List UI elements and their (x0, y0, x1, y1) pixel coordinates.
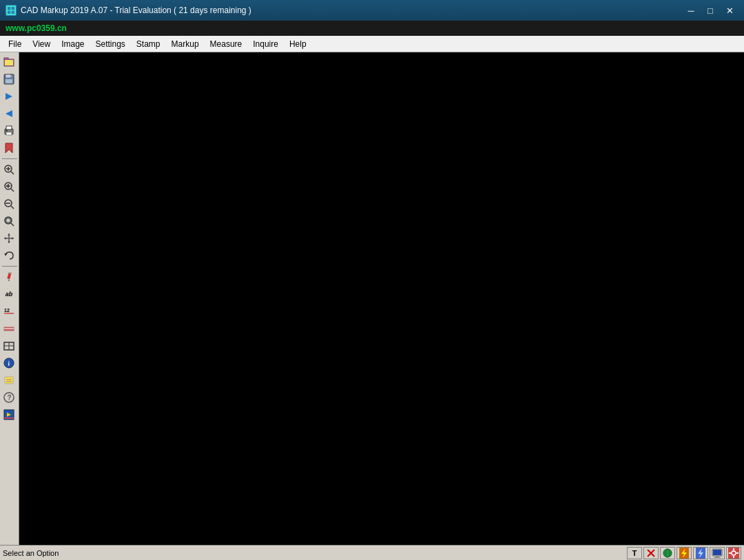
svg-line-22 (11, 189, 14, 191)
tool-prev[interactable] (0, 105, 18, 122)
maximize-button[interactable]: □ (701, 3, 719, 17)
tool-measure-area[interactable] (0, 338, 18, 354)
app-icon (6, 5, 17, 16)
svg-rect-32 (6, 218, 10, 222)
svg-text:−: − (5, 200, 8, 207)
svg-rect-9 (10, 75, 12, 77)
tool-highlight[interactable] (0, 372, 18, 388)
svg-text:12: 12 (4, 308, 10, 313)
status-icons: T (627, 547, 741, 559)
canvas-area (19, 52, 744, 545)
tool-help[interactable]: ? (0, 389, 18, 406)
tool-info[interactable]: i (0, 355, 18, 371)
tool-save[interactable] (0, 71, 18, 87)
menu-measure[interactable]: Measure (205, 38, 248, 50)
status-icon-bolt[interactable] (676, 547, 692, 559)
status-icon-close[interactable] (643, 547, 659, 559)
title-controls: ─ □ ✕ (682, 3, 738, 17)
status-icon-settings[interactable] (726, 547, 741, 559)
tool-next[interactable] (0, 88, 18, 105)
menu-file[interactable]: File (3, 38, 27, 50)
tool-export[interactable] (0, 406, 18, 423)
svg-marker-11 (6, 110, 12, 117)
tool-bookmark[interactable] (0, 140, 18, 156)
svg-marker-36 (12, 237, 14, 240)
svg-rect-70 (713, 550, 721, 555)
main-area: + − (0, 52, 744, 545)
watermark-text: www.pc0359.cn (6, 23, 67, 33)
menu-markup[interactable]: Markup (166, 38, 205, 50)
svg-rect-13 (6, 126, 12, 129)
svg-rect-76 (733, 556, 734, 558)
tool-zoom-out[interactable]: − (0, 196, 18, 212)
svg-rect-77 (729, 552, 731, 554)
svg-rect-7 (6, 74, 11, 78)
svg-rect-72 (714, 557, 721, 558)
title-text: CAD Markup 2019 A.07 - Trial Evaluation … (21, 6, 251, 15)
tool-open[interactable] (0, 54, 18, 70)
tool-pan[interactable] (0, 230, 18, 247)
svg-text:+: + (6, 184, 8, 189)
menu-settings[interactable]: Settings (90, 38, 131, 50)
tool-pen[interactable] (0, 269, 18, 285)
menu-stamp[interactable]: Stamp (131, 38, 166, 50)
svg-marker-35 (4, 237, 6, 240)
svg-text:?: ? (8, 394, 12, 402)
svg-text:i: i (8, 360, 10, 367)
svg-line-31 (11, 223, 14, 226)
status-icon-monitor[interactable] (710, 547, 725, 559)
tool-measure-line[interactable] (0, 320, 18, 337)
menu-help[interactable]: Help (284, 38, 312, 50)
svg-marker-16 (6, 143, 12, 153)
svg-marker-39 (8, 280, 10, 282)
tool-print[interactable] (0, 123, 18, 139)
menu-view[interactable]: View (27, 38, 56, 50)
svg-marker-33 (8, 234, 10, 236)
svg-marker-34 (8, 241, 10, 243)
status-icon-text[interactable]: T (627, 547, 642, 559)
status-text: Select an Option (3, 549, 59, 557)
watermark-bar: www.pc0359.cn (0, 21, 744, 36)
menu-inquire[interactable]: Inquire (247, 38, 284, 50)
svg-rect-5 (5, 60, 13, 65)
title-left: CAD Markup 2019 A.07 - Trial Evaluation … (6, 5, 251, 16)
menu-image[interactable]: Image (56, 38, 90, 50)
svg-rect-78 (736, 552, 738, 554)
menu-bar: File View Image Settings Stamp Markup Me… (0, 36, 744, 52)
svg-line-18 (11, 172, 14, 174)
status-bar: Select an Option T (0, 545, 744, 560)
left-toolbar: + − (0, 52, 19, 545)
svg-rect-8 (6, 79, 12, 83)
tool-text[interactable]: ab (0, 286, 18, 302)
svg-marker-10 (6, 93, 12, 100)
close-button[interactable]: ✕ (721, 3, 738, 17)
svg-rect-14 (6, 132, 12, 135)
tool-zoom-in[interactable]: + (0, 178, 18, 195)
tool-zoom-window[interactable] (0, 213, 18, 229)
svg-rect-75 (733, 548, 734, 550)
title-bar: CAD Markup 2019 A.07 - Trial Evaluation … (0, 0, 744, 21)
svg-rect-50 (5, 377, 13, 384)
status-icon-bolt2[interactable] (693, 547, 708, 559)
tool-counter[interactable]: 12 (0, 303, 18, 320)
minimize-button[interactable]: ─ (682, 3, 700, 17)
status-icon-globe[interactable] (660, 547, 675, 559)
svg-rect-4 (4, 58, 8, 60)
tool-zoom-fit[interactable] (0, 161, 18, 178)
tool-undo[interactable] (0, 247, 18, 264)
svg-rect-15 (6, 130, 8, 132)
svg-line-27 (11, 206, 14, 209)
